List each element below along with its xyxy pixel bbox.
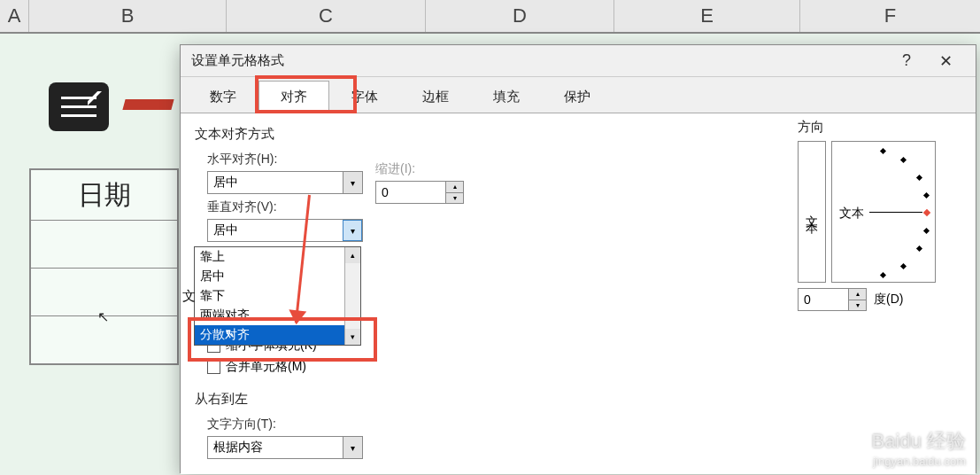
dial-dot xyxy=(880,148,886,154)
option-bottom[interactable]: 靠下 xyxy=(195,286,360,306)
indent-spinner[interactable]: 0 ▴ ▾ xyxy=(375,181,464,204)
text-direction-dropdown[interactable]: 根据内容 ▾ xyxy=(207,436,363,459)
vertical-align-options-list: 靠上 居中 文 靠下 两端对齐 分散对齐 ▴ ▾ xyxy=(194,246,361,346)
chevron-down-icon[interactable]: ▾ xyxy=(343,437,362,458)
col-header-d[interactable]: D xyxy=(426,0,614,32)
watermark: Baidu 经验 jingyan.baidu.com xyxy=(872,428,966,468)
merge-cells-checkbox[interactable] xyxy=(207,361,220,374)
chevron-down-icon[interactable]: ▾ xyxy=(343,172,362,193)
horizontal-align-value: 居中 xyxy=(213,175,238,191)
col-header-c[interactable]: C xyxy=(227,0,426,32)
text-direction-value: 根据内容 xyxy=(213,440,263,456)
text-direction-label: 文字方向(T): xyxy=(207,417,961,432)
col-header-e[interactable]: E xyxy=(614,0,800,32)
vertical-text-button[interactable]: 文本 xyxy=(798,141,826,283)
dial-dot xyxy=(916,175,922,181)
spinner-down-icon[interactable]: ▾ xyxy=(445,193,463,204)
indent-label: 缩进(I): xyxy=(375,161,464,177)
scroll-up-icon[interactable]: ▴ xyxy=(345,247,360,263)
dial-dot xyxy=(923,228,930,234)
col-header-f[interactable]: F xyxy=(800,0,980,32)
watermark-sub: jingyan.baidu.com xyxy=(872,455,966,468)
degree-value: 0 xyxy=(804,292,811,307)
merge-cells-label: 合并单元格(M) xyxy=(226,359,306,375)
tab-protection[interactable]: 保护 xyxy=(542,81,613,113)
dial-line xyxy=(869,212,922,213)
column-headers: A B C D E F xyxy=(0,0,980,34)
dial-dot xyxy=(923,192,930,199)
dropdown-scrollbar[interactable]: ▴ ▾ xyxy=(344,247,360,345)
watermark-main: Baidu 经验 xyxy=(872,430,966,452)
scroll-track[interactable] xyxy=(345,263,360,329)
orientation-panel: 方向 文本 文本 0 xyxy=(798,119,961,311)
decorative-dash xyxy=(122,99,174,110)
dialog-tabs: 数字 对齐 字体 边框 填充 保护 xyxy=(181,77,976,113)
note-edit-icon xyxy=(49,82,109,131)
option-distributed[interactable]: 分散对齐 xyxy=(195,325,360,345)
option-justify[interactable]: 两端对齐 xyxy=(195,306,360,325)
option-center[interactable]: 居中 xyxy=(195,267,360,286)
cursor-icon: ↖ xyxy=(97,308,109,325)
indent-value: 0 xyxy=(382,185,389,199)
dialog-title: 设置单元格格式 xyxy=(191,52,887,69)
help-button[interactable]: ? xyxy=(887,45,926,77)
dial-dot xyxy=(900,157,907,163)
cell-date-header[interactable]: 日期 xyxy=(29,168,179,222)
degree-spinner[interactable]: 0 ▴ ▾ xyxy=(798,288,867,311)
vertical-align-value: 居中 xyxy=(213,222,238,238)
scroll-down-icon[interactable]: ▾ xyxy=(345,329,360,345)
degree-label: 度(D) xyxy=(874,292,903,308)
text-control-prefix: 文 xyxy=(182,288,196,305)
col-header-a[interactable]: A xyxy=(0,0,29,32)
tab-fill[interactable]: 填充 xyxy=(471,81,542,113)
col-header-b[interactable]: B xyxy=(29,0,227,32)
dialog-titlebar[interactable]: 设置单元格格式 ? ✕ xyxy=(181,45,976,77)
spinner-down-icon[interactable]: ▾ xyxy=(848,300,866,311)
dial-dot xyxy=(880,272,886,278)
chevron-down-icon[interactable]: ▾ xyxy=(343,220,362,241)
orientation-section: 方向 xyxy=(798,119,961,136)
spinner-up-icon[interactable]: ▴ xyxy=(848,289,866,300)
rtl-section: 从右到左 xyxy=(195,391,961,408)
horizontal-align-dropdown[interactable]: 居中 ▾ xyxy=(207,171,363,194)
close-button[interactable]: ✕ xyxy=(926,45,965,77)
cell-row-2[interactable] xyxy=(29,221,179,269)
vertical-align-dropdown[interactable]: 居中 ▾ xyxy=(207,219,363,242)
dial-label: 文本 xyxy=(839,206,864,222)
alignment-panel: 文本对齐方式 水平对齐(H): 居中 ▾ 缩进(I): 0 ▴ ▾ 垂直对齐(V… xyxy=(181,113,976,474)
dial-dot xyxy=(900,263,907,269)
option-top[interactable]: 靠上 xyxy=(195,247,360,267)
dial-dot xyxy=(916,245,922,252)
tab-font[interactable]: 字体 xyxy=(329,81,400,113)
tab-alignment[interactable]: 对齐 xyxy=(259,81,329,113)
format-cells-dialog: 设置单元格格式 ? ✕ 数字 对齐 字体 边框 填充 保护 文本对齐方式 水平对… xyxy=(180,44,976,473)
tab-number[interactable]: 数字 xyxy=(188,81,259,113)
spinner-up-icon[interactable]: ▴ xyxy=(445,182,463,193)
orientation-dial[interactable]: 文本 xyxy=(831,141,936,283)
dial-indicator xyxy=(923,209,930,216)
tab-border[interactable]: 边框 xyxy=(400,81,471,113)
